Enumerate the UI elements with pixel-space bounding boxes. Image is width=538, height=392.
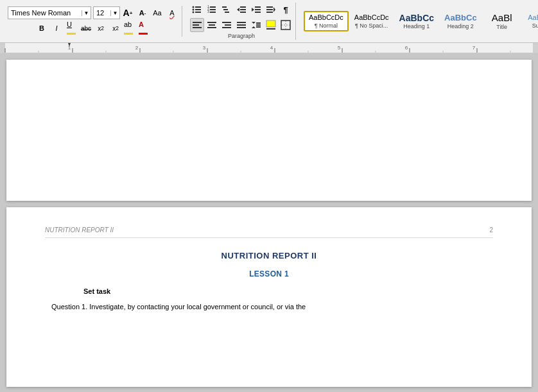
- font-color-icon: A: [139, 21, 152, 36]
- multilevel-list-button[interactable]: [220, 3, 234, 17]
- align-left-button[interactable]: [190, 18, 204, 32]
- style-heading1[interactable]: AaBbCc Heading 1: [395, 11, 438, 32]
- style-nospace-label: ¶ No Spaci...: [355, 22, 388, 29]
- shrink-indicator: -: [144, 10, 146, 16]
- style-title-preview: AaBl: [492, 12, 512, 24]
- document-title: NUTRITION REPORT II: [45, 251, 493, 260]
- change-case-button[interactable]: Aa: [150, 6, 164, 20]
- highlight-color-bar: [124, 33, 133, 35]
- style-title[interactable]: AaBl Title: [483, 10, 521, 32]
- justify-button[interactable]: [234, 18, 248, 32]
- decrease-indent-button[interactable]: [234, 3, 248, 17]
- font-size-combo[interactable]: 12 ▼: [93, 6, 120, 19]
- svg-rect-18: [240, 12, 246, 13]
- increase-indent-button[interactable]: [249, 3, 263, 17]
- strikethrough-button[interactable]: abc: [79, 21, 93, 35]
- border-button[interactable]: [279, 18, 293, 32]
- svg-rect-38: [237, 24, 246, 26]
- set-task-label: Set task: [83, 287, 493, 295]
- style-subtitle-preview: AaBbCcl: [528, 13, 538, 22]
- svg-rect-21: [255, 9, 261, 10]
- underline-button[interactable]: U: [64, 21, 78, 35]
- border-icon: [281, 20, 291, 30]
- document-area: NUTRITION REPORT II 2 NUTRITION REPORT I…: [0, 53, 538, 392]
- svg-rect-37: [237, 22, 246, 23]
- shading-button[interactable]: [264, 18, 278, 32]
- svg-text:7: 7: [473, 45, 476, 51]
- page-header-title: NUTRITION REPORT II: [45, 226, 114, 234]
- show-formatting-button[interactable]: ¶: [279, 3, 293, 17]
- grow-font-button[interactable]: A +: [121, 6, 135, 20]
- style-heading2[interactable]: AaBbCc Heading 2: [440, 11, 482, 31]
- style-nospace-preview: AaBbCcDc: [354, 13, 389, 22]
- subscript-button[interactable]: x2: [94, 21, 108, 35]
- svg-rect-9: [210, 9, 216, 10]
- style-nospace[interactable]: AaBbCcDc ¶ No Spaci...: [350, 12, 394, 30]
- svg-rect-13: [223, 9, 228, 10]
- svg-rect-11: [210, 12, 216, 13]
- svg-rect-30: [193, 27, 202, 28]
- style-subtitle-label: Subtitle: [532, 22, 538, 29]
- svg-rect-50: [5, 43, 533, 53]
- svg-rect-36: [222, 27, 231, 28]
- svg-text:3.: 3.: [207, 10, 210, 13]
- svg-rect-24: [266, 9, 273, 10]
- bullets-button[interactable]: [190, 3, 204, 17]
- svg-rect-14: [225, 12, 229, 13]
- style-h2-preview: AaBbCc: [444, 13, 477, 23]
- style-subtitle[interactable]: AaBbCcl Subtitle: [523, 12, 538, 30]
- svg-point-0: [193, 6, 195, 8]
- align-right-button[interactable]: [220, 18, 234, 32]
- svg-rect-35: [225, 24, 231, 26]
- ruler-markings: 1 2 3 4 5 6 7: [0, 43, 538, 53]
- svg-rect-47: [281, 21, 290, 30]
- toolbar: Times New Roman ▼ 12 ▼ A + A -: [0, 0, 538, 43]
- shrink-font-label: A: [139, 9, 144, 17]
- highlight-button[interactable]: ab: [123, 21, 137, 35]
- svg-text:5: 5: [338, 45, 341, 51]
- shrink-font-button[interactable]: A -: [135, 6, 150, 20]
- font-name-display: Times New Roman: [8, 9, 82, 17]
- svg-rect-32: [209, 24, 215, 26]
- font-color-bar: [139, 33, 148, 35]
- style-normal-label: ¶ Normal: [315, 22, 338, 29]
- align-center-icon: [207, 20, 217, 30]
- bullets-icon: [192, 4, 202, 15]
- numbering-button[interactable]: 1. 2. 3.: [205, 3, 219, 17]
- font-color-button[interactable]: A: [138, 21, 152, 35]
- svg-rect-23: [266, 6, 273, 8]
- svg-rect-39: [237, 27, 246, 28]
- style-normal[interactable]: AaBbCcDc ¶ Normal: [304, 11, 349, 31]
- svg-rect-31: [207, 22, 216, 23]
- grow-font-label: A: [123, 8, 130, 18]
- page-2[interactable]: NUTRITION REPORT II 2 NUTRITION REPORT I…: [6, 207, 532, 387]
- align-right-icon: [221, 20, 232, 30]
- line-spacing-button[interactable]: [249, 18, 263, 32]
- change-case-label: Aa: [153, 9, 161, 17]
- svg-marker-19: [252, 8, 254, 12]
- svg-rect-28: [193, 22, 202, 23]
- svg-rect-44: [256, 26, 261, 28]
- superscript-button[interactable]: x2: [108, 21, 123, 35]
- shading-icon: [266, 20, 276, 30]
- clear-formatting-button[interactable]: A: [165, 6, 179, 20]
- ruler: 1 2 3 4 5 6 7: [0, 43, 538, 53]
- italic-button[interactable]: I: [49, 21, 64, 35]
- sort-button[interactable]: [264, 3, 278, 17]
- svg-text:4: 4: [270, 45, 273, 51]
- svg-rect-3: [195, 9, 201, 10]
- body-text[interactable]: Question 1. Investigate, by contacting y…: [51, 302, 487, 312]
- style-title-label: Title: [496, 24, 507, 30]
- svg-text:3: 3: [203, 45, 206, 51]
- highlight-icon: ab: [124, 21, 137, 36]
- bold-button[interactable]: B: [35, 21, 49, 35]
- svg-rect-29: [193, 24, 199, 26]
- style-h1-preview: AaBbCc: [399, 13, 434, 24]
- font-size-arrow: ▼: [110, 10, 119, 16]
- font-name-combo[interactable]: Times New Roman ▼: [8, 6, 91, 19]
- sort-icon: [266, 4, 276, 15]
- grow-indicator: +: [130, 10, 133, 16]
- align-center-button[interactable]: [205, 18, 219, 32]
- svg-rect-22: [255, 12, 261, 13]
- increase-indent-icon: [251, 4, 261, 15]
